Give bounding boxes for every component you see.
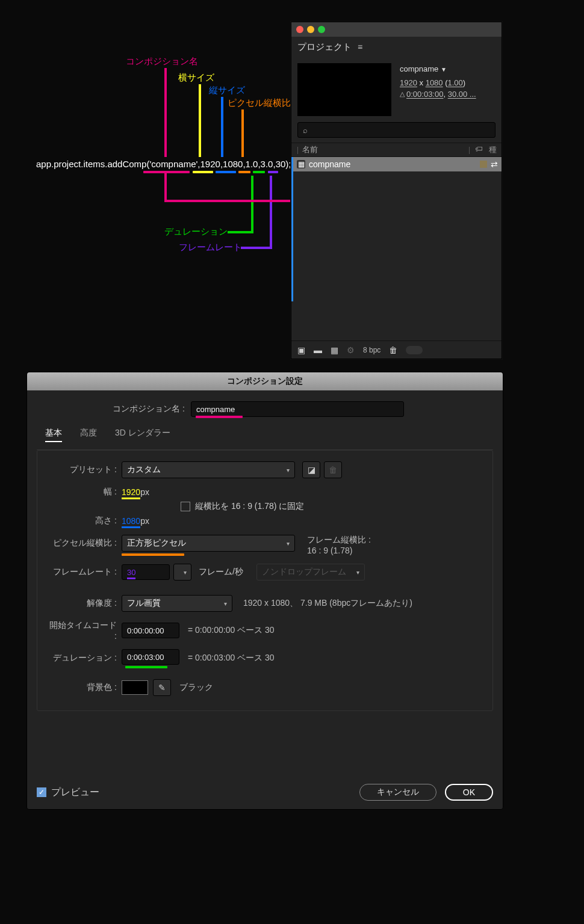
label-color-swatch[interactable] bbox=[480, 161, 487, 168]
preset-value: カスタム bbox=[127, 464, 161, 475]
px-unit-1: px bbox=[140, 487, 149, 497]
close-traffic-icon[interactable] bbox=[296, 26, 303, 33]
project-item-list: ▦ compname ⇄ bbox=[291, 157, 502, 301]
anno-elbow-dur-v bbox=[251, 176, 253, 233]
anno-elbow-fps-v bbox=[270, 176, 272, 249]
code-underline-height bbox=[216, 171, 236, 173]
project-panel: プロジェクト ≡ compname ▼ 1920 x 1080 (1.00) △… bbox=[291, 22, 502, 359]
compname-field[interactable] bbox=[191, 401, 404, 417]
tab-basic[interactable]: 基本 bbox=[45, 428, 62, 442]
fps-dropdown[interactable]: ▾ bbox=[173, 564, 191, 581]
fps-field[interactable]: 30 bbox=[122, 564, 170, 580]
interpret-footage-icon[interactable]: ▣ bbox=[297, 345, 305, 355]
px-unit-2: px bbox=[140, 516, 149, 526]
bgcolor-name: ブラック bbox=[179, 682, 213, 693]
chevron-down-icon[interactable]: ▼ bbox=[441, 66, 447, 73]
search-input[interactable] bbox=[310, 126, 490, 135]
zoom-traffic-icon[interactable] bbox=[318, 26, 325, 33]
height-value[interactable]: 1080 bbox=[122, 516, 140, 526]
code-underline-width bbox=[193, 171, 213, 173]
meta-sep: , bbox=[443, 90, 447, 99]
project-search[interactable]: ⌕ bbox=[297, 122, 495, 138]
compname-label: コンポジション名 : bbox=[37, 404, 191, 414]
resolution-label: 解像度 : bbox=[48, 598, 122, 609]
resolution-select[interactable]: フル画質▾ bbox=[122, 595, 232, 612]
par-label: ピクセル縦横比 : bbox=[48, 535, 122, 549]
anno-vline-height bbox=[221, 97, 223, 157]
dropframe-select: ノンドロップフレーム▾ bbox=[256, 564, 365, 581]
anno-elbow-dur-h bbox=[228, 231, 253, 233]
preset-label: プリセット : bbox=[48, 464, 122, 475]
code-underline-fps bbox=[268, 171, 278, 173]
dlg-underline-par bbox=[122, 553, 184, 556]
ok-button[interactable]: OK bbox=[445, 784, 493, 801]
duration-field[interactable] bbox=[122, 649, 179, 665]
resolution-value: フル画質 bbox=[127, 598, 161, 609]
frame-aspect-label: フレーム縦横比 : bbox=[307, 535, 371, 546]
fps-value: 30 bbox=[127, 568, 135, 577]
header-divider-2: │ bbox=[468, 147, 471, 153]
anno-long-name-h bbox=[164, 200, 298, 202]
anno-label-height: 縦サイズ bbox=[209, 85, 245, 96]
adjust-icon[interactable]: ⚙ bbox=[347, 345, 355, 355]
chevron-down-icon: ▾ bbox=[287, 540, 290, 547]
trash-icon[interactable]: 🗑 bbox=[389, 345, 397, 355]
meta-comp-name[interactable]: compname bbox=[400, 64, 438, 73]
resolution-info: 1920 x 1080、 7.9 MB (8bpcフレームあたり) bbox=[243, 598, 412, 609]
project-footer: ▣ ▬ ▦ ⚙ 8 bpc 🗑 bbox=[291, 340, 502, 359]
minimize-traffic-icon[interactable] bbox=[307, 26, 314, 33]
header-kind-col[interactable]: 種 bbox=[489, 144, 497, 155]
project-row[interactable]: ▦ compname ⇄ bbox=[293, 157, 502, 171]
eyedropper-button[interactable]: ✎ bbox=[153, 679, 171, 696]
panel-menu-icon[interactable]: ≡ bbox=[358, 42, 362, 52]
tab-advanced[interactable]: 高度 bbox=[80, 428, 97, 442]
dlg-underline-dur bbox=[125, 666, 167, 668]
folder-icon[interactable]: ▬ bbox=[314, 345, 322, 355]
new-comp-icon[interactable]: ▦ bbox=[331, 345, 338, 355]
project-tab[interactable]: プロジェクト bbox=[297, 42, 352, 53]
basic-section: プリセット : カスタム▾ ◪ 🗑 幅 : 1920 px 縦横比を 16 : … bbox=[37, 450, 493, 711]
duration-label: デュレーション : bbox=[48, 653, 122, 664]
dialog-tabs: 基本 高度 3D レンダラー bbox=[37, 425, 493, 450]
comp-thumbnail[interactable] bbox=[297, 63, 391, 116]
duration-info: = 0:00:03:00 ベース 30 bbox=[188, 653, 275, 664]
meta-x: x bbox=[417, 78, 426, 87]
anno-label-fps: フレームレート bbox=[179, 242, 242, 253]
dialog-title: コンポジション設定 bbox=[27, 372, 503, 390]
dlg-underline-name bbox=[196, 416, 243, 418]
anno-vline-width bbox=[199, 84, 201, 157]
delete-preset-button[interactable]: 🗑 bbox=[324, 461, 342, 478]
anno-label-par: ピクセル縦横比 bbox=[228, 97, 291, 109]
comp-item-icon: ▦ bbox=[297, 160, 305, 168]
flow-icon[interactable]: ⇄ bbox=[491, 159, 498, 169]
anno-label-width: 横サイズ bbox=[178, 72, 214, 84]
tab-renderer[interactable]: 3D レンダラー bbox=[115, 428, 170, 442]
cancel-button[interactable]: キャンセル bbox=[359, 784, 436, 801]
par-value: 正方形ピクセル bbox=[127, 538, 186, 549]
preview-checkbox[interactable]: ✓ bbox=[37, 787, 46, 797]
header-name-col[interactable]: 名前 bbox=[300, 144, 468, 155]
fps-label: フレームレート : bbox=[48, 567, 122, 578]
chevron-down-icon: ▾ bbox=[224, 600, 227, 607]
anno-code-line: app.project.items.addComp('compname',192… bbox=[36, 159, 291, 169]
lock-aspect-checkbox[interactable] bbox=[181, 502, 190, 511]
footer-bpc[interactable]: 8 bpc bbox=[363, 346, 381, 354]
preset-select[interactable]: カスタム▾ bbox=[122, 461, 295, 478]
meta-height: 1080 bbox=[426, 78, 443, 87]
start-tc-label: 開始タイムコード : bbox=[48, 620, 122, 641]
anno-label-compname: コンポジション名 bbox=[126, 56, 198, 67]
par-select[interactable]: 正方形ピクセル▾ bbox=[122, 535, 295, 552]
toggle-switch[interactable] bbox=[406, 346, 423, 354]
save-preset-button[interactable]: ◪ bbox=[302, 461, 320, 478]
tag-icon[interactable]: 🏷 bbox=[475, 144, 483, 155]
chevron-down-icon: ▾ bbox=[184, 569, 187, 576]
width-value[interactable]: 1920 bbox=[122, 487, 140, 497]
window-titlebar bbox=[291, 22, 502, 37]
project-row-name: compname bbox=[309, 159, 350, 169]
anno-long-name-v bbox=[164, 173, 167, 200]
composition-settings-dialog: コンポジション設定 コンポジション名 : 基本 高度 3D レンダラー プリセッ… bbox=[26, 372, 503, 810]
bgcolor-swatch[interactable] bbox=[122, 680, 148, 695]
code-underline-dur bbox=[253, 171, 265, 173]
dialog-footer: ✓ プレビュー キャンセル OK bbox=[37, 784, 493, 801]
start-tc-field[interactable] bbox=[122, 623, 179, 638]
